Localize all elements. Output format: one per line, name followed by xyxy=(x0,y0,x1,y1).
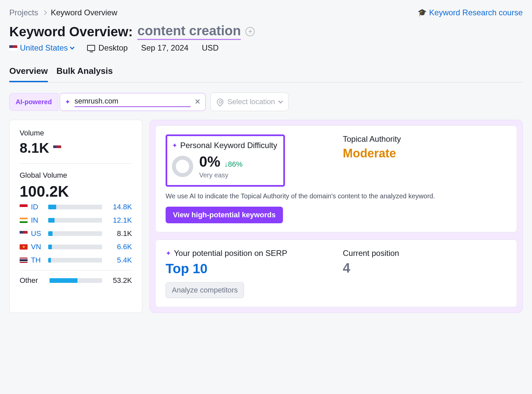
country-volume: 5.4K xyxy=(109,256,132,265)
country-code: US xyxy=(31,229,42,238)
global-volume-value: 100.2K xyxy=(20,182,132,200)
country-code: VN xyxy=(31,243,42,251)
page-title: Keyword Overview: xyxy=(9,24,133,39)
us-flag-icon xyxy=(53,145,61,151)
device-selector[interactable]: Desktop xyxy=(87,43,128,53)
global-volume-row[interactable]: IN12.1K xyxy=(20,214,132,227)
personal-keyword-difficulty-box: ✦ Personal Keyword Difficulty 0% ↓86% xyxy=(166,134,285,187)
country-selector[interactable]: United States xyxy=(9,43,74,53)
country-volume: 14.8K xyxy=(109,203,132,211)
id-flag-icon xyxy=(20,204,28,210)
location-pin-icon xyxy=(215,97,225,106)
breadcrumb: Projects Keyword Overview xyxy=(9,8,117,17)
volume-label: Volume xyxy=(20,129,132,137)
volume-value: 8.1K xyxy=(20,140,132,156)
domain-input[interactable]: ✦ semrush.com ✕ xyxy=(60,93,206,111)
graduation-cap-icon: 🎓 xyxy=(418,8,427,17)
view-high-potential-keywords-button[interactable]: View high-potential keywords xyxy=(166,207,283,223)
device-label: Desktop xyxy=(98,43,128,53)
country-code: IN xyxy=(31,216,42,225)
serp-value: Top 10 xyxy=(166,261,330,276)
breadcrumb-root[interactable]: Projects xyxy=(9,8,38,17)
other-label: Other xyxy=(20,276,43,285)
domain-text: semrush.com xyxy=(74,97,191,107)
desktop-icon xyxy=(87,45,95,51)
country-volume: 8.1K xyxy=(109,229,132,238)
in-flag-icon xyxy=(20,218,28,223)
difficulty-authority-card: ✦ Personal Keyword Difficulty 0% ↓86% xyxy=(155,125,517,232)
pkd-title: Personal Keyword Difficulty xyxy=(180,141,277,150)
country-volume: 12.1K xyxy=(109,216,132,225)
vn-flag-icon xyxy=(20,244,28,250)
country-code: ID xyxy=(31,203,42,211)
analyze-competitors-button[interactable]: Analyze competitors xyxy=(166,282,244,298)
location-placeholder: Select location xyxy=(227,98,275,106)
topical-authority-desc: We use AI to indicate the Topical Author… xyxy=(166,191,507,201)
currency-label: USD xyxy=(202,43,219,53)
pkd-verdict: Very easy xyxy=(199,171,243,179)
course-link-label: Keyword Research course xyxy=(429,8,523,17)
global-volume-other-row: Other 53.2K xyxy=(20,274,132,287)
current-position-value: 4 xyxy=(343,261,507,276)
ai-powered-badge: AI-powered xyxy=(9,93,58,111)
serp-title: Your potential position on SERP xyxy=(174,249,287,258)
country-label: United States xyxy=(20,43,68,53)
topical-authority-label: Topical Authority xyxy=(343,134,507,144)
keyword-text: content creation xyxy=(137,23,241,40)
chevron-down-icon xyxy=(70,45,74,50)
sparkle-icon: ✦ xyxy=(172,141,178,149)
global-volume-row[interactable]: ID14.8K xyxy=(20,200,132,214)
difficulty-donut-icon xyxy=(172,156,193,177)
global-volume-row[interactable]: VN6.6K xyxy=(20,240,132,254)
sparkle-icon: ✦ xyxy=(166,249,171,257)
topical-authority-value: Moderate xyxy=(343,146,507,160)
keyword-research-course-link[interactable]: 🎓 Keyword Research course xyxy=(418,8,523,17)
tab-overview[interactable]: Overview xyxy=(9,66,48,82)
us-flag-icon xyxy=(20,231,28,236)
pkd-percent: 0% xyxy=(199,153,220,170)
country-code: TH xyxy=(31,256,42,265)
add-keyword-button[interactable]: + xyxy=(245,27,255,36)
volume-card: Volume 8.1K Global Volume 100.2K ID14.8K… xyxy=(9,120,142,313)
serp-position-card: ✦ Your potential position on SERP Top 10… xyxy=(155,240,517,307)
breadcrumb-current: Keyword Overview xyxy=(51,8,117,17)
current-position-label: Current position xyxy=(343,249,507,258)
tab-bulk-analysis[interactable]: Bulk Analysis xyxy=(57,66,113,82)
pkd-delta: ↓86% xyxy=(224,160,243,169)
th-flag-icon xyxy=(20,258,28,263)
clear-domain-button[interactable]: ✕ xyxy=(195,98,200,106)
country-volume: 6.6K xyxy=(109,243,132,251)
chevron-right-icon xyxy=(42,10,47,15)
sparkle-icon: ✦ xyxy=(65,98,70,106)
location-selector[interactable]: Select location xyxy=(210,93,289,111)
global-volume-label: Global Volume xyxy=(20,171,132,180)
other-value: 53.2K xyxy=(109,276,132,285)
global-volume-row[interactable]: US8.1K xyxy=(20,227,132,240)
date-label: Sep 17, 2024 xyxy=(141,43,189,53)
chevron-down-icon xyxy=(278,99,283,103)
us-flag-icon xyxy=(9,45,17,51)
global-volume-row[interactable]: TH5.4K xyxy=(20,254,132,267)
